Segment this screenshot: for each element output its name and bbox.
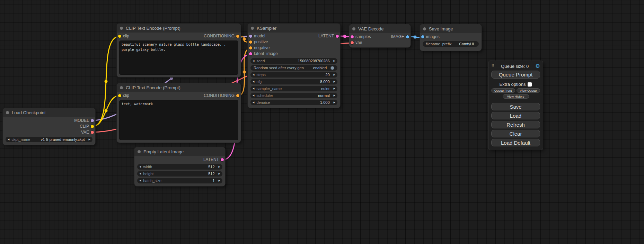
output-slot-image[interactable] xyxy=(406,35,409,38)
left-arrow-icon[interactable]: ◀ xyxy=(250,72,256,78)
widget-random-seed-toggle[interactable]: Random seed after every gen enabled xyxy=(250,65,337,71)
widget-height[interactable]: ◀ height 512 ▶ xyxy=(137,171,222,177)
widget-value: 8.000 xyxy=(320,80,332,84)
negative-prompt-text-input[interactable]: text, watermark xyxy=(119,100,238,140)
input-slot-latent-image[interactable] xyxy=(249,52,252,55)
right-arrow-icon[interactable]: ▶ xyxy=(217,178,222,183)
left-arrow-icon[interactable]: ◀ xyxy=(250,79,256,84)
input-slot-positive[interactable] xyxy=(249,40,252,44)
node-vae-decode[interactable]: VAE Decode samples IMAGE vae xyxy=(349,24,411,47)
input-slot-vae[interactable] xyxy=(351,41,354,44)
clear-button[interactable]: Clear xyxy=(491,130,540,137)
output-slot-latent[interactable] xyxy=(336,35,339,38)
load-button[interactable]: Load xyxy=(491,112,540,119)
widget-filename-prefix[interactable]: filename_prefix ComfyUI xyxy=(423,41,479,47)
input-slot-clip[interactable] xyxy=(118,35,121,38)
view-queue-button[interactable]: View Queue xyxy=(517,88,540,93)
wire-midpoint-dot xyxy=(105,109,108,112)
graph-canvas[interactable]: Load Checkpoint MODEL CLIP VAE ◀ ckpt_na… xyxy=(0,0,644,244)
collapse-dot-icon[interactable] xyxy=(6,111,9,114)
output-slot-clip[interactable] xyxy=(91,125,94,128)
queue-size-label: Queue size: 0 xyxy=(494,64,536,69)
extra-options-checkbox[interactable] xyxy=(528,82,532,87)
settings-gear-icon[interactable]: ⚙ xyxy=(536,63,540,69)
view-history-button[interactable]: View History xyxy=(503,94,529,99)
widget-width[interactable]: ◀ width 512 ▶ xyxy=(137,164,222,170)
node-save-image[interactable]: Save Image images filename_prefix ComfyU… xyxy=(420,24,482,51)
save-button[interactable]: Save xyxy=(491,103,540,110)
node-title-bar[interactable]: VAE Decode xyxy=(349,24,411,33)
node-ksampler[interactable]: KSampler model LATENT positive negative … xyxy=(248,24,340,108)
collapse-dot-icon[interactable] xyxy=(352,27,355,30)
randomize-knob-icon[interactable] xyxy=(330,66,334,70)
left-arrow-icon[interactable]: ◀ xyxy=(6,137,11,142)
node-title-bar[interactable]: CLIP Text Encode (Prompt) xyxy=(117,24,241,33)
node-title-bar[interactable]: Empty Latent Image xyxy=(134,147,225,156)
drag-handle-icon[interactable]: ⠿ xyxy=(491,64,494,69)
input-slot-images[interactable] xyxy=(421,35,424,38)
output-slot-latent[interactable] xyxy=(221,158,224,161)
output-label-clip: CLIP xyxy=(80,124,89,129)
output-label-image: IMAGE xyxy=(391,34,404,39)
input-slot-model[interactable] xyxy=(249,35,252,38)
node-title: Empty Latent Image xyxy=(143,149,184,154)
widget-sampler-name[interactable]: ◀ sampler_name euler ▶ xyxy=(250,86,337,91)
widget-steps[interactable]: ◀ steps 20 ▶ xyxy=(250,72,337,78)
widget-value: ComfyUI xyxy=(459,42,476,46)
queue-panel: ⠿ Queue size: 0 ⚙ Queue Prompt Extra opt… xyxy=(488,61,543,150)
output-slot-conditioning[interactable] xyxy=(236,35,239,38)
node-title-bar[interactable]: Load Checkpoint xyxy=(3,108,95,117)
widget-label: height xyxy=(143,172,153,176)
widget-denoise[interactable]: ◀ denoise 1.000 ▶ xyxy=(250,100,337,105)
right-arrow-icon[interactable]: ▶ xyxy=(217,171,222,177)
input-slot-clip[interactable] xyxy=(118,94,121,97)
widget-value: 1 xyxy=(212,179,216,183)
right-arrow-icon[interactable]: ▶ xyxy=(332,79,337,84)
input-slot-negative[interactable] xyxy=(249,46,252,49)
input-label-model: model xyxy=(254,34,265,39)
left-arrow-icon[interactable]: ◀ xyxy=(250,86,256,91)
right-arrow-icon[interactable]: ▶ xyxy=(332,86,337,91)
widget-batch-size[interactable]: ◀ batch_size 1 ▶ xyxy=(137,178,222,183)
left-arrow-icon[interactable]: ◀ xyxy=(250,93,256,98)
output-slot-conditioning[interactable] xyxy=(236,94,239,97)
queue-front-button[interactable]: Queue Front xyxy=(491,88,515,93)
output-slot-model[interactable] xyxy=(91,119,94,122)
right-arrow-icon[interactable]: ▶ xyxy=(332,93,337,98)
left-arrow-icon[interactable]: ◀ xyxy=(137,178,143,183)
left-arrow-icon[interactable]: ◀ xyxy=(137,171,143,177)
right-arrow-icon[interactable]: ▶ xyxy=(217,164,222,170)
node-title-bar[interactable]: KSampler xyxy=(248,24,340,33)
collapse-dot-icon[interactable] xyxy=(120,27,123,30)
node-title-bar[interactable]: CLIP Text Encode (Prompt) xyxy=(117,83,241,92)
widget-cfg[interactable]: ◀ cfg 8.000 ▶ xyxy=(250,79,337,84)
node-load-checkpoint[interactable]: Load Checkpoint MODEL CLIP VAE ◀ ckpt_na… xyxy=(3,108,95,145)
right-arrow-icon[interactable]: ▶ xyxy=(87,137,92,142)
collapse-dot-icon[interactable] xyxy=(251,27,254,30)
node-clip-text-encode-positive[interactable]: CLIP Text Encode (Prompt) clip CONDITION… xyxy=(117,24,241,77)
node-title: KSampler xyxy=(257,26,276,31)
queue-prompt-button[interactable]: Queue Prompt xyxy=(491,71,540,79)
collapse-dot-icon[interactable] xyxy=(120,86,123,89)
widget-scheduler[interactable]: ◀ scheduler normal ▶ xyxy=(250,93,337,98)
left-arrow-icon[interactable]: ◀ xyxy=(137,164,143,170)
input-slot-samples[interactable] xyxy=(351,35,354,38)
positive-prompt-text-input[interactable]: beautiful scenery nature glass bottle la… xyxy=(119,40,238,75)
widget-label: cfg xyxy=(256,80,262,84)
right-arrow-icon[interactable]: ▶ xyxy=(332,72,337,78)
left-arrow-icon[interactable]: ◀ xyxy=(250,58,256,64)
widget-ckpt-name[interactable]: ◀ ckpt_name v1-5-pruned-emaonly.ckpt ▶ xyxy=(6,137,92,142)
widget-seed[interactable]: ◀ seed 156680208700286 ▶ xyxy=(250,58,337,64)
right-arrow-icon[interactable]: ▶ xyxy=(332,58,337,64)
refresh-button[interactable]: Refresh xyxy=(491,121,540,128)
output-label-latent: LATENT xyxy=(318,34,334,39)
load-default-button[interactable]: Load Default xyxy=(491,139,540,146)
collapse-dot-icon[interactable] xyxy=(138,150,141,153)
left-arrow-icon[interactable]: ◀ xyxy=(250,100,256,105)
node-title-bar[interactable]: Save Image xyxy=(420,24,482,33)
right-arrow-icon[interactable]: ▶ xyxy=(332,100,337,105)
collapse-dot-icon[interactable] xyxy=(423,27,426,30)
node-clip-text-encode-negative[interactable]: CLIP Text Encode (Prompt) clip CONDITION… xyxy=(117,83,241,143)
node-empty-latent-image[interactable]: Empty Latent Image LATENT ◀ width 512 ▶ … xyxy=(134,147,225,186)
output-slot-vae[interactable] xyxy=(91,131,94,134)
